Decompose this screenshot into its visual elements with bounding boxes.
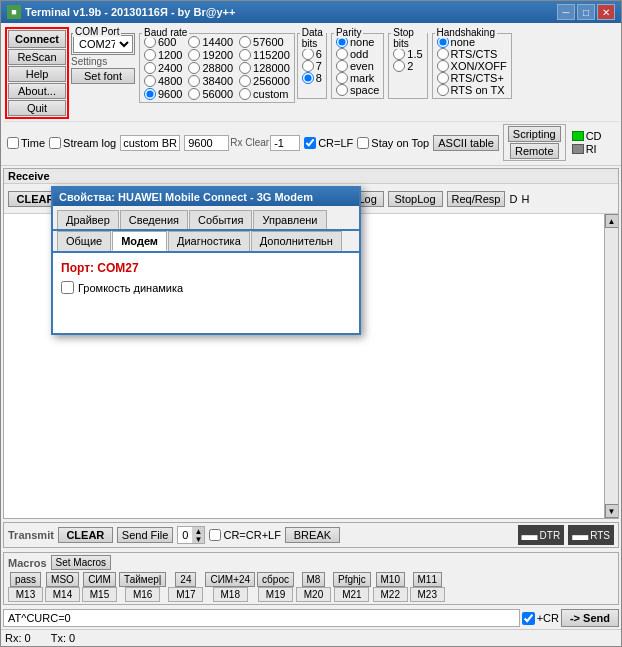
macro-timer-btn[interactable]: Таймер| (119, 572, 166, 587)
data-bits-6[interactable]: 6 (302, 48, 322, 60)
baud-custom[interactable]: custom (239, 88, 290, 100)
custom-br-wrapper: Rx Clear (184, 135, 300, 151)
stayontop-checkbox[interactable]: Stay on Top (357, 137, 429, 149)
connect-button[interactable]: Connect (8, 30, 66, 48)
parity-odd[interactable]: odd (336, 48, 379, 60)
baud-4800[interactable]: 4800 (144, 75, 182, 87)
tab-additional[interactable]: Дополнительн (251, 231, 342, 251)
macro-m21: M21 (334, 587, 369, 602)
macro-m8-btn[interactable]: M8 (302, 572, 326, 587)
baud-1200[interactable]: 1200 (144, 49, 182, 61)
send-file-button[interactable]: Send File (117, 527, 173, 543)
parity-mark[interactable]: mark (336, 72, 379, 84)
at-input[interactable] (3, 609, 520, 627)
send-button[interactable]: -> Send (561, 609, 619, 627)
hs-xon[interactable]: XON/XOFF (437, 60, 507, 72)
dialog-content: Порт: COM27 Громкость динамика (53, 253, 359, 333)
tab-diagnostic[interactable]: Диагностика (168, 231, 250, 251)
baud-57600[interactable]: 57600 (239, 36, 290, 48)
macro-sbros-btn[interactable]: сброс (257, 572, 294, 587)
streamlog-checkbox[interactable]: Stream log (49, 137, 116, 149)
break-button[interactable]: BREAK (285, 527, 340, 543)
speaker-checkbox-input[interactable] (61, 281, 74, 294)
baud-28800[interactable]: 28800 (188, 62, 233, 74)
tab-general[interactable]: Общие (57, 231, 111, 251)
baud-56000[interactable]: 56000 (188, 88, 233, 100)
hs-rtscts2[interactable]: RTS/CTS+ (437, 72, 507, 84)
custom-br-input[interactable] (184, 135, 229, 151)
speaker-checkbox[interactable]: Громкость динамика (61, 281, 351, 294)
setfont-button[interactable]: Set font (71, 68, 135, 84)
rts-wrapper: ▬ RTS (568, 525, 614, 545)
quit-button[interactable]: Quit (8, 100, 66, 116)
stop-bits-15[interactable]: 1.5 (393, 48, 422, 60)
baud-256000[interactable]: 256000 (239, 75, 290, 87)
tab-manage[interactable]: Управлени (253, 210, 326, 229)
macro-24-btn[interactable]: 24 (175, 572, 196, 587)
macro-pass-btn[interactable]: pass (10, 572, 41, 587)
minimize-button[interactable]: ─ (557, 4, 575, 20)
stop-log-button[interactable]: StopLog (388, 191, 443, 207)
remote-button[interactable]: Remote (510, 143, 559, 159)
macro-m20: M20 (296, 587, 331, 602)
scroll-up-button[interactable]: ▲ (605, 214, 619, 228)
main-window: ■ Terminal v1.9b - 20130116Я - by Br@y++… (0, 0, 622, 647)
crlf-checkbox[interactable]: CR=LF (304, 137, 353, 149)
rescan-button[interactable]: ReScan (8, 49, 66, 65)
receive-scrollbar[interactable]: ▲ ▼ (604, 214, 618, 518)
parity-space[interactable]: space (336, 84, 379, 96)
data-bits-8[interactable]: 8 (302, 72, 322, 84)
scroll-down-button[interactable]: ▼ (605, 504, 619, 518)
set-macros-button[interactable]: Set Macros (51, 555, 112, 570)
baud-115200[interactable]: 115200 (239, 49, 290, 61)
maximize-button[interactable]: □ (577, 4, 595, 20)
com-port-section: COM Port COM23COM24COM25 COM26COM27COM28… (71, 33, 135, 84)
time-checkbox[interactable]: Time (7, 137, 45, 149)
crcrlf-checkbox[interactable]: CR=CR+LF (209, 529, 280, 541)
req-resp-button[interactable]: Req/Resp (447, 191, 506, 207)
baud-128000[interactable]: 128000 (239, 62, 290, 74)
parity-even[interactable]: even (336, 60, 379, 72)
data-bits-7[interactable]: 7 (302, 60, 322, 72)
about-button[interactable]: About... (8, 83, 66, 99)
macro-mso-btn[interactable]: MSO (46, 572, 79, 587)
transmit-clear-button[interactable]: CLEAR (58, 527, 113, 543)
scripting-button[interactable]: Scripting (508, 126, 561, 142)
macro-pfghjc-btn[interactable]: Pfghjc (333, 572, 371, 587)
file-value: 0 (178, 528, 192, 542)
cr-checkbox[interactable]: +CR (522, 612, 559, 625)
scripting-remote-section: Scripting Remote (503, 124, 566, 161)
cr-checkbox-input[interactable] (522, 612, 535, 625)
tab-info[interactable]: Сведения (120, 210, 188, 229)
baud-14400[interactable]: 14400 (188, 36, 233, 48)
ascii-table-button[interactable]: ASCII table (433, 135, 499, 151)
macro-sim-btn[interactable]: СИМ (83, 572, 116, 587)
baud-2400[interactable]: 2400 (144, 62, 182, 74)
dialog-title: Свойства: HUAWEI Mobile Connect - 3G Mod… (53, 188, 359, 206)
macros-label: Macros (8, 557, 47, 569)
com-port-select[interactable]: COM23COM24COM25 COM26COM27COM28 COM29COM… (73, 35, 133, 53)
stop-bits-2[interactable]: 2 (393, 60, 422, 72)
macro-sim24-btn[interactable]: СИМ+24 (205, 572, 255, 587)
com-port-label: COM Port (73, 26, 121, 37)
data-bits-label: Data bits (300, 27, 326, 49)
tab-modem[interactable]: Модем (112, 231, 167, 251)
macro-m11-btn[interactable]: M11 (413, 572, 442, 587)
hs-rtson[interactable]: RTS on TX (437, 84, 507, 96)
tab-events[interactable]: События (189, 210, 252, 229)
baud-38400[interactable]: 38400 (188, 75, 233, 87)
port-info: Порт: COM27 (61, 261, 351, 275)
tab-driver[interactable]: Драйвер (57, 210, 119, 229)
stop-bits-section: Stop bits 1 1.5 2 (388, 33, 427, 99)
d-label: D (509, 193, 517, 205)
macro-pfghjc: Pfghjc M21 (333, 572, 371, 602)
rx-clear-input[interactable] (270, 135, 300, 151)
rx-clear-label: Rx Clear (230, 137, 269, 148)
help-button[interactable]: Help (8, 66, 66, 82)
hs-rtscts[interactable]: RTS/CTS (437, 48, 507, 60)
baud-9600[interactable]: 9600 (144, 88, 182, 100)
close-button[interactable]: ✕ (597, 4, 615, 20)
macro-m10-btn[interactable]: M10 (376, 572, 405, 587)
baud-19200[interactable]: 19200 (188, 49, 233, 61)
file-down-button[interactable]: ▼ (192, 535, 204, 543)
